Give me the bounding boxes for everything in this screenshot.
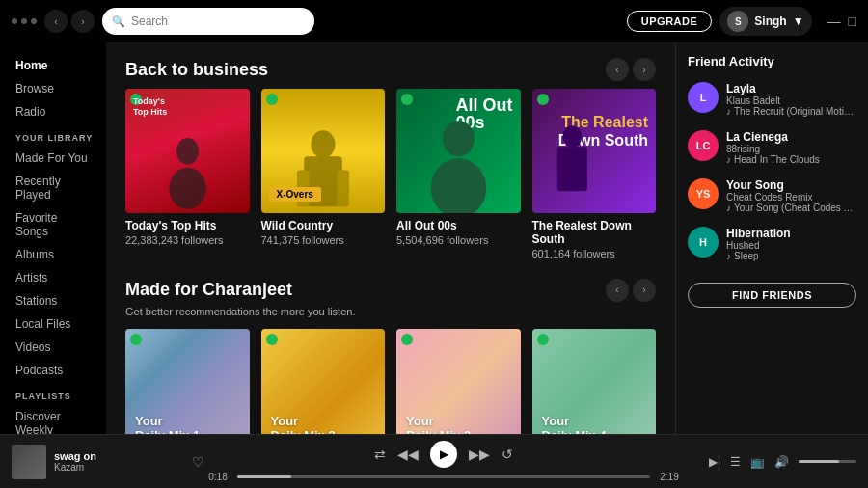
spotify-icon [537,334,549,345]
volume-bar[interactable] [799,460,856,463]
daily-mix-1-label: YourDaily Mix 1 [135,415,200,434]
mf-prev-button[interactable]: ‹ [606,279,629,302]
close-icon[interactable]: □ [849,14,856,29]
playlists-label: PLAYLISTS [15,392,98,401]
play-button[interactable]: ▶ [430,441,457,468]
sidebar-item-favorite-songs[interactable]: Favorite Songs [8,206,98,243]
friend-item-your-song: YS Your Song Cheat Codes Remix ♪ Your So… [688,178,856,213]
card-wild-country[interactable]: X-Overs Wild Country 741,375 followers [261,89,386,259]
sidebar-item-made-for-you[interactable]: Made For You [8,147,98,170]
spotify-icon [266,334,278,345]
card-subtitle: 741,375 followers [261,234,386,246]
volume-icon[interactable]: 🔊 [774,455,789,469]
daily-mix-2-label: YourDaily Mix 2 [271,415,336,434]
made-for-title: Made for Charanjeet [125,280,292,300]
lyrics-icon[interactable]: ▶| [709,455,720,469]
back-to-business-header: Back to business ‹ › [125,58,656,81]
card-daily-mix-2[interactable]: YourDaily Mix 2 Daily Mix 2 [261,329,386,435]
back-to-business-cards: Today'sTop Hits Today's Top Hits 22,383,… [125,89,656,259]
user-menu[interactable]: S Singh ▼ [719,7,811,36]
friend-name: La Cienega [726,130,856,144]
player-album-art [12,445,46,479]
content-area: Back to business ‹ › Today'sTop Hits Tod… [106,42,675,434]
daily-mix-4-label: YourDaily Mix 4 [542,415,607,434]
devices-icon[interactable]: 📺 [750,455,765,469]
friend-track: ♪ Your Song (Cheat Codes Remix) [726,203,856,213]
library-label: YOUR LIBRARY [15,133,98,143]
sidebar-item-radio[interactable]: Radio [8,100,98,123]
card-all-out-00s[interactable]: All Out00s All Out 00s 5,504,696 followe… [396,89,521,259]
player-controls: ⇄ ◀◀ ▶ ▶▶ ↺ [374,441,513,468]
chevron-down-icon: ▼ [793,14,804,28]
xovers-badge: X-Overs [269,187,321,202]
spotify-icon [401,94,413,105]
next-track-icon[interactable]: ▶▶ [469,447,490,462]
spotify-icon [266,94,278,105]
find-friends-button[interactable]: FIND FRIENDS [688,283,856,308]
sidebar-item-local-files[interactable]: Local Files [8,312,98,336]
heart-icon[interactable]: ♡ [192,454,204,470]
sidebar-item-home[interactable]: Home [8,54,98,77]
card-daily-mix-3[interactable]: YourDaily Mix 3 Daily Mix 3 [396,329,521,435]
card-daily-mix-4[interactable]: YourDaily Mix 4 Daily Mix 4 [532,329,657,435]
svg-rect-5 [337,170,349,206]
sidebar-item-browse[interactable]: Browse [8,77,98,100]
card-realest-down-south[interactable]: The RealestDown South The Realest Down S… [532,89,657,259]
friend-info: Hibernation Hushed ♪ Sleep [726,227,856,261]
friend-info: Layla Klaus Badelt ♪ The Recruit (Origin… [726,82,856,117]
card-daily-mix-1[interactable]: YourDaily Mix 1 Daily Mix 1 [125,329,250,435]
prev-track-icon[interactable]: ◀◀ [397,447,419,462]
made-for-cards: YourDaily Mix 1 Daily Mix 1 YourDaily Mi… [125,329,656,435]
spotify-icon [130,334,142,345]
friend-track: ♪ Sleep [726,251,856,261]
shuffle-icon[interactable]: ⇄ [374,447,386,462]
upgrade-button[interactable]: UPGRADE [627,11,713,32]
main-layout: Home Browse Radio YOUR LIBRARY Made For … [0,42,868,434]
friend-name: Your Song [726,178,856,192]
svg-rect-9 [557,147,587,191]
made-for-subtitle: Get better recommendations the more you … [125,306,656,317]
minimize-icon[interactable]: — [827,14,841,29]
sidebar-item-videos[interactable]: Videos [8,336,98,359]
search-icon: 🔍 [112,15,125,28]
nav-forward-button[interactable]: › [71,10,95,33]
friend-artist: Cheat Codes Remix [726,192,856,203]
btb-prev-button[interactable]: ‹ [606,58,629,81]
cover-illustration [538,101,607,213]
repeat-icon[interactable]: ↺ [502,447,513,462]
mf-next-button[interactable]: › [633,279,656,302]
friend-name: Hibernation [726,227,856,240]
nav-back-button[interactable]: ‹ [44,10,68,33]
sidebar-item-albums[interactable]: Albums [8,243,98,266]
back-to-business-title: Back to business [125,60,268,80]
sidebar-item-podcasts[interactable]: Podcasts [8,359,98,382]
card-subtitle: 22,383,243 followers [125,234,250,246]
sidebar-item-recently-played[interactable]: Recently Played [8,170,98,206]
queue-icon[interactable]: ☰ [730,455,741,469]
friend-name: Layla [726,82,856,95]
cover-illustration [409,114,508,213]
card-subtitle: 601,164 followers [532,248,657,259]
friend-activity-panel: Friend Activity L Layla Klaus Badelt ♪ T… [675,42,868,434]
card-top-hits[interactable]: Today'sTop Hits Today's Top Hits 22,383,… [125,89,250,259]
svg-point-6 [443,121,475,156]
svg-point-2 [311,130,335,158]
cover-illustration [150,120,225,212]
sidebar-item-artists[interactable]: Artists [8,266,98,289]
sidebar-item-discover-weekly[interactable]: Discover Weekly [8,405,98,434]
search-input[interactable] [131,14,305,28]
friend-track: ♪ The Recruit (Original Motion Picture..… [726,106,856,117]
btb-next-button[interactable]: › [633,58,656,81]
svg-point-1 [169,168,206,209]
sidebar-item-stations[interactable]: Stations [8,289,98,312]
player-left: swag on Kazam ♡ [12,445,204,479]
friend-artist: 88rising [726,144,856,154]
made-for-header: Made for Charanjeet ‹ › [125,279,656,302]
friend-artist: Hushed [726,240,856,251]
player-artist: Kazam [54,462,184,473]
section-nav-btb: ‹ › [606,58,656,81]
avatar: S [727,11,748,32]
search-bar[interactable]: 🔍 [102,8,314,35]
progress-bar[interactable] [237,475,650,478]
card-title: Wild Country [261,219,386,232]
